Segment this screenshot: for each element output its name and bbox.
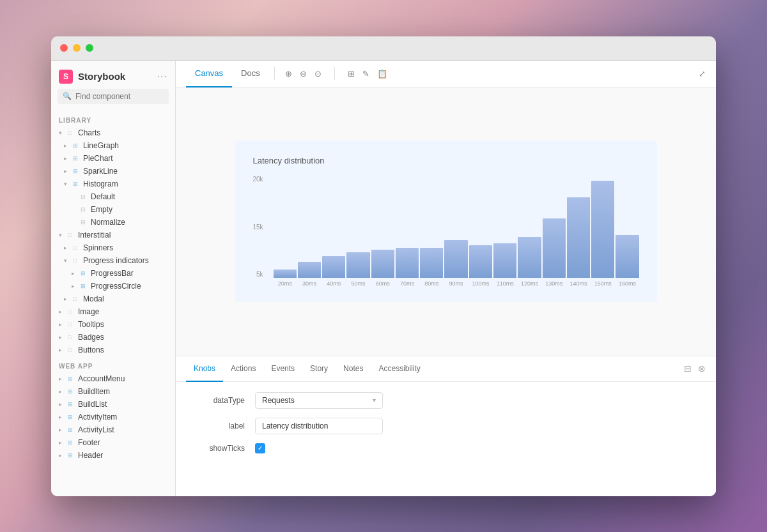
sidebar-item-builditem[interactable]: ▸ ⊞ BuildItem — [51, 385, 175, 398]
sidebar-item-linegraph[interactable]: ▸ ⊞ LineGraph — [51, 139, 175, 152]
expand-arrow: ▸ — [64, 245, 70, 251]
datatype-select[interactable]: Requests ▾ — [255, 392, 383, 409]
bar-40ms — [322, 256, 345, 278]
zoom-in-icon[interactable]: ⊕ — [285, 69, 292, 79]
sidebar-item-activityitem[interactable]: ▸ ⊞ ActivityItem — [51, 411, 175, 423]
component-icon: ⊞ — [68, 414, 75, 420]
accountmenu-label: AccountMenu — [78, 374, 125, 383]
zoom-reset-icon[interactable]: ⊙ — [314, 69, 322, 79]
progresscircle-label: ProgressCircle — [91, 282, 141, 291]
image-label: Image — [78, 307, 99, 316]
book-icon[interactable]: 📋 — [377, 69, 387, 79]
folder-icon: □ — [68, 347, 75, 353]
sidebar-item-badges[interactable]: ▸ □ Badges — [51, 331, 175, 344]
tab-actions[interactable]: Actions — [223, 356, 263, 382]
tab-story[interactable]: Story — [302, 356, 336, 382]
sidebar-item-sparkline[interactable]: ▸ ⊞ SparkLine — [51, 165, 175, 178]
sidebar-item-progress-indicators[interactable]: ▾ □ Progress indicators — [51, 254, 175, 267]
folder-icon: □ — [73, 245, 81, 251]
search-icon: 🔍 — [63, 92, 72, 100]
chart-container: Latency distribution 20k 15k 5k — [235, 141, 657, 302]
knob-row-label: label — [191, 418, 701, 434]
tab-events[interactable]: Events — [263, 356, 302, 382]
toolbar-right: ⤢ — [699, 68, 706, 79]
minimize-button[interactable] — [73, 44, 81, 52]
maximize-button[interactable] — [86, 44, 93, 52]
sidebar-item-footer[interactable]: ▸ ⊞ Footer — [51, 436, 175, 449]
sidebar-item-empty[interactable]: ⊟ Empty — [51, 203, 175, 216]
story-icon: ⊟ — [81, 219, 88, 225]
x-label-160ms: 160ms — [616, 280, 639, 287]
y-label-15k: 15k — [253, 224, 263, 231]
sidebar-item-header[interactable]: ▸ ⊞ Header — [51, 449, 175, 462]
close-button[interactable] — [60, 44, 68, 52]
sidebar: S Storybook ··· 🔍 LIBRARY ▾ □ Charts ▸ — [51, 61, 176, 496]
library-section-label: LIBRARY — [51, 110, 175, 126]
bar-90ms — [444, 240, 467, 278]
sidebar-content: LIBRARY ▾ □ Charts ▸ ⊞ LineGraph ▸ ⊞ Pie… — [51, 110, 175, 496]
sidebar-item-piechart[interactable]: ▸ ⊞ PieChart — [51, 152, 175, 165]
bars-row — [274, 176, 639, 278]
tab-knobs[interactable]: Knobs — [186, 356, 223, 382]
expand-arrow: ▸ — [59, 401, 65, 407]
bottom-tab-icons: ⊟ ⊗ — [684, 363, 706, 374]
tab-notes[interactable]: Notes — [336, 356, 371, 382]
tab-docs[interactable]: Docs — [232, 61, 269, 87]
expand-arrow: ▸ — [59, 321, 65, 328]
label-input[interactable] — [255, 418, 383, 434]
sidebar-item-charts[interactable]: ▾ □ Charts — [51, 126, 175, 139]
grid-icon[interactable]: ⊞ — [348, 69, 355, 79]
folder-icon: □ — [68, 321, 75, 328]
bar-70ms — [396, 248, 419, 278]
datatype-value: Requests — [262, 396, 295, 405]
bar-140ms — [567, 197, 590, 278]
sidebar-item-activitylist[interactable]: ▸ ⊞ ActivityList — [51, 423, 175, 436]
fullscreen-icon[interactable]: ⤢ — [699, 69, 706, 79]
sidebar-item-tooltips[interactable]: ▸ □ Tooltips — [51, 318, 175, 331]
sidebar-item-normalize[interactable]: ⊟ Normalize — [51, 216, 175, 229]
tab-accessibility[interactable]: Accessibility — [371, 356, 428, 382]
sidebar-item-default[interactable]: ⊟ Default — [51, 190, 175, 203]
x-label-130ms: 130ms — [543, 280, 566, 287]
tab-canvas[interactable]: Canvas — [186, 61, 232, 87]
expand-arrow: ▸ — [59, 414, 65, 420]
expand-arrow: ▸ — [64, 296, 70, 302]
expand-arrow: ▸ — [59, 427, 65, 433]
chevron-down-icon: ▾ — [59, 130, 65, 136]
expand-arrow: ▸ — [59, 452, 65, 459]
split-icon[interactable]: ⊟ — [684, 363, 692, 374]
sidebar-item-buildlist[interactable]: ▸ ⊞ BuildList — [51, 398, 175, 411]
showticks-checkbox[interactable]: ✓ — [255, 443, 265, 453]
modal-label: Modal — [83, 294, 104, 303]
x-label-50ms: 50ms — [346, 280, 369, 287]
sidebar-item-interstitial[interactable]: ▾ □ Interstitial — [51, 229, 175, 241]
search-bar[interactable]: 🔍 — [58, 89, 169, 104]
search-input[interactable] — [75, 92, 164, 101]
sidebar-item-accountmenu[interactable]: ▸ ⊞ AccountMenu — [51, 372, 175, 385]
sidebar-item-histogram[interactable]: ▾ ⊞ Histogram — [51, 178, 175, 190]
component-icon: ⊞ — [68, 427, 75, 433]
sidebar-item-modal[interactable]: ▸ □ Modal — [51, 293, 175, 305]
sidebar-item-progresscircle[interactable]: ▸ ⊞ ProgressCircle — [51, 280, 175, 293]
sidebar-item-buttons[interactable]: ▸ □ Buttons — [51, 344, 175, 356]
x-label-150ms: 150ms — [591, 280, 614, 287]
knob-label-label: label — [191, 422, 255, 430]
story-icon: ⊟ — [81, 206, 88, 213]
menu-icon[interactable]: ··· — [157, 71, 167, 82]
close-panel-icon[interactable]: ⊗ — [698, 363, 706, 374]
expand-arrow: ▸ — [59, 334, 65, 340]
edit-icon[interactable]: ✎ — [362, 69, 369, 79]
component-icon: ⊞ — [68, 401, 75, 407]
zoom-out-icon[interactable]: ⊖ — [300, 69, 307, 79]
sidebar-item-spinners[interactable]: ▸ □ Spinners — [51, 241, 175, 254]
brand-name: Storybook — [78, 71, 125, 82]
y-label-5k: 5k — [253, 271, 263, 278]
folder-icon: □ — [68, 232, 75, 238]
spinners-label: Spinners — [83, 243, 113, 252]
knob-label-datatype: dataType — [191, 396, 255, 405]
knob-row-showticks: showTicks ✓ — [191, 443, 701, 453]
expand-arrow: ▸ — [64, 168, 70, 174]
sidebar-item-progressbar[interactable]: ▸ ⊞ ProgressBar — [51, 267, 175, 280]
default-label: Default — [91, 192, 115, 201]
sidebar-item-image[interactable]: ▸ □ Image — [51, 305, 175, 318]
